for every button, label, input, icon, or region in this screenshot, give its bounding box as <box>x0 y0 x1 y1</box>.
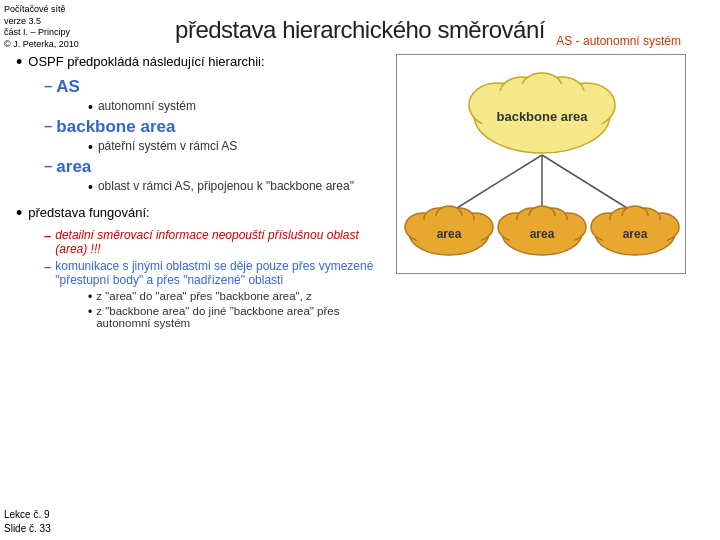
bottom-line1: Lekce č. 9 <box>4 508 51 522</box>
sub-text2-1: z "backbone area" do jiné "backbone area… <box>96 305 386 329</box>
dash-blue2-label: komunikace s jinými oblastmi se děje pou… <box>55 259 386 287</box>
indent-red: – detailní směrovací informace neopouští… <box>44 228 386 329</box>
backbone-cloud: backbone area <box>469 73 615 153</box>
dash-blue2-dash: – <box>44 259 51 274</box>
dash-as: – AS <box>44 77 386 97</box>
sub-backbone-dot: • <box>88 139 93 155</box>
content-area: • OSPF předpokládá následující hierarchi… <box>0 54 720 330</box>
bullet-2: • představa fungování: <box>16 205 386 224</box>
dash-red-item: – detailní směrovací informace neopouští… <box>44 228 386 256</box>
sub-backbone-text: páteřní systém v rámci AS <box>98 139 237 153</box>
bullet-2-text: představa fungování: <box>28 205 149 220</box>
sub-backbone: • páteřní systém v rámci AS <box>88 139 386 155</box>
sub-dot2-1: • <box>88 305 92 319</box>
dash-red-label: detailní směrovací informace neopouští p… <box>55 228 386 256</box>
sub-bullets-2: • z "area" do "area" přes "backbone area… <box>88 290 386 329</box>
svg-text:area: area <box>437 227 462 241</box>
diagram-box: backbone area area <box>396 54 686 274</box>
sub-text2-0: z "area" do "area" přes "backbone area",… <box>96 290 312 302</box>
as-label: AS - autonomní systém <box>556 34 681 48</box>
top-left-info: Počítačové sítě verze 3.5 část I. – Prin… <box>4 4 79 51</box>
info-line2: verze 3.5 <box>4 16 79 28</box>
bottom-line2: Slide č. 33 <box>4 522 51 536</box>
indent-as: – AS • autonomní systém <box>44 77 386 115</box>
area-cloud-left: area <box>405 206 493 255</box>
dash-as-label: AS <box>56 77 80 97</box>
sub-area-bullet: • oblast v rámci AS, připojenou k "backb… <box>88 179 386 195</box>
dash-backbone-dash: – <box>44 117 52 134</box>
svg-line-2 <box>542 155 635 213</box>
left-column: • OSPF předpokládá následující hierarchi… <box>16 54 386 330</box>
area-cloud-center: area <box>498 206 586 255</box>
dash-area-dash: – <box>44 157 52 174</box>
svg-text:area: area <box>623 227 648 241</box>
sub-as: • autonomní systém <box>88 99 386 115</box>
bullet-1-text: OSPF předpokládá následující hierarchii: <box>28 54 264 69</box>
sub-bullet2-0: • z "area" do "area" přes "backbone area… <box>88 290 386 304</box>
sub-bullet2-1: • z "backbone area" do jiné "backbone ar… <box>88 305 386 329</box>
diagram-container: AS - autonomní systém <box>396 54 686 274</box>
info-line4: © J. Peterka, 2010 <box>4 39 79 51</box>
dash-red-dash: – <box>44 228 51 243</box>
section-2: • představa fungování: – detailní směrov… <box>16 205 386 329</box>
dash-as-dash: – <box>44 77 52 94</box>
dash-blue2-item: – komunikace s jinými oblastmi se děje p… <box>44 259 386 287</box>
sub-area-text: oblast v rámci AS, připojenou k "backbon… <box>98 179 354 193</box>
sub-backbone-bullet: • páteřní systém v rámci AS <box>88 139 386 155</box>
info-line1: Počítačové sítě <box>4 4 79 16</box>
bottom-left-info: Lekce č. 9 Slide č. 33 <box>4 508 51 536</box>
bullet-dot-2: • <box>16 203 22 224</box>
bullet-dot-1: • <box>16 52 22 73</box>
indent-backbone: – backbone area • páteřní systém v rámci… <box>44 117 386 155</box>
sub-as-bullet: • autonomní systém <box>88 99 386 115</box>
indent-area: – area • oblast v rámci AS, připojenou k… <box>44 157 386 195</box>
sub-dot2-0: • <box>88 290 92 304</box>
svg-text:area: area <box>530 227 555 241</box>
sub-as-text: autonomní systém <box>98 99 196 113</box>
area-cloud-right: area <box>591 206 679 255</box>
dash-area: – area <box>44 157 386 177</box>
diagram-svg: backbone area area <box>397 55 687 275</box>
bullet-1: • OSPF předpokládá následující hierarchi… <box>16 54 386 73</box>
sub-area: • oblast v rámci AS, připojenou k "backb… <box>88 179 386 195</box>
right-column: AS - autonomní systém <box>396 54 720 330</box>
dash-backbone-label: backbone area <box>56 117 175 137</box>
svg-line-0 <box>449 155 542 213</box>
svg-text:backbone area: backbone area <box>496 109 588 124</box>
dash-area-label: area <box>56 157 91 177</box>
dash-backbone: – backbone area <box>44 117 386 137</box>
sub-as-dot: • <box>88 99 93 115</box>
sub-area-dot: • <box>88 179 93 195</box>
info-line3: část I. – Principy <box>4 27 79 39</box>
